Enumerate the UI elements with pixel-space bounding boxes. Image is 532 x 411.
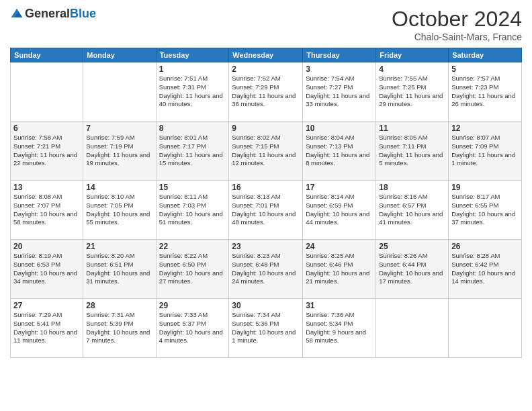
day-number: 29 (159, 301, 226, 310)
col-thursday: Thursday (303, 48, 376, 62)
day-info: Sunrise: 8:17 AM Sunset: 6:55 PM Dayligh… (451, 193, 519, 227)
day-info: Sunrise: 7:34 AM Sunset: 5:36 PM Dayligh… (232, 311, 300, 345)
day-number: 24 (306, 242, 373, 251)
table-row: 13Sunrise: 8:08 AM Sunset: 7:07 PM Dayli… (11, 181, 83, 240)
day-number: 12 (451, 124, 519, 133)
day-number: 14 (86, 183, 152, 192)
day-number: 15 (159, 183, 226, 192)
day-number: 19 (451, 183, 519, 192)
day-number: 31 (306, 301, 373, 310)
day-info: Sunrise: 7:59 AM Sunset: 7:19 PM Dayligh… (86, 134, 152, 168)
day-number: 8 (159, 124, 226, 133)
page: GeneralBlue October 2024 Chalo-Saint-Mar… (0, 0, 532, 411)
day-number: 28 (86, 301, 152, 310)
table-row: 9Sunrise: 8:02 AM Sunset: 7:15 PM Daylig… (229, 122, 303, 181)
logo: GeneralBlue (10, 7, 96, 21)
day-number: 23 (232, 242, 300, 251)
col-tuesday: Tuesday (156, 48, 229, 62)
table-row: 28Sunrise: 7:31 AM Sunset: 5:39 PM Dayli… (83, 299, 156, 358)
table-row: 20Sunrise: 8:19 AM Sunset: 6:53 PM Dayli… (11, 240, 83, 299)
table-row: 1Sunrise: 7:51 AM Sunset: 7:31 PM Daylig… (156, 62, 229, 122)
title-block: October 2024 Chalo-Saint-Mars, France (392, 7, 522, 42)
table-row: 18Sunrise: 8:16 AM Sunset: 6:57 PM Dayli… (376, 181, 449, 240)
day-number: 11 (379, 124, 445, 133)
day-number: 1 (159, 64, 226, 74)
table-row: 19Sunrise: 8:17 AM Sunset: 6:55 PM Dayli… (449, 181, 522, 240)
col-sunday: Sunday (11, 48, 83, 62)
day-info: Sunrise: 8:16 AM Sunset: 6:57 PM Dayligh… (379, 193, 445, 227)
table-row: 24Sunrise: 8:25 AM Sunset: 6:46 PM Dayli… (303, 240, 376, 299)
day-info: Sunrise: 8:26 AM Sunset: 6:44 PM Dayligh… (379, 252, 445, 286)
day-info: Sunrise: 7:31 AM Sunset: 5:39 PM Dayligh… (86, 311, 152, 345)
table-row: 15Sunrise: 8:11 AM Sunset: 7:03 PM Dayli… (156, 181, 229, 240)
day-info: Sunrise: 7:33 AM Sunset: 5:37 PM Dayligh… (159, 311, 226, 345)
col-wednesday: Wednesday (229, 48, 303, 62)
day-number: 5 (451, 64, 519, 74)
table-row: 26Sunrise: 8:28 AM Sunset: 6:42 PM Dayli… (449, 240, 522, 299)
calendar-week-row: 13Sunrise: 8:08 AM Sunset: 7:07 PM Dayli… (11, 181, 522, 240)
day-info: Sunrise: 8:08 AM Sunset: 7:07 PM Dayligh… (13, 193, 80, 227)
day-number: 17 (306, 183, 373, 192)
day-number: 26 (451, 242, 519, 251)
table-row: 4Sunrise: 7:55 AM Sunset: 7:25 PM Daylig… (376, 62, 449, 122)
table-row: 3Sunrise: 7:54 AM Sunset: 7:27 PM Daylig… (303, 62, 376, 122)
day-number: 13 (13, 183, 80, 192)
day-info: Sunrise: 8:23 AM Sunset: 6:48 PM Dayligh… (232, 252, 300, 286)
table-row: 14Sunrise: 8:10 AM Sunset: 7:05 PM Dayli… (83, 181, 156, 240)
logo-text: GeneralBlue (25, 7, 96, 21)
day-number: 21 (86, 242, 152, 251)
day-number: 6 (13, 124, 80, 133)
table-row: 17Sunrise: 8:14 AM Sunset: 6:59 PM Dayli… (303, 181, 376, 240)
table-row: 27Sunrise: 7:29 AM Sunset: 5:41 PM Dayli… (11, 299, 83, 358)
table-row: 30Sunrise: 7:34 AM Sunset: 5:36 PM Dayli… (229, 299, 303, 358)
day-number: 9 (232, 124, 300, 133)
day-info: Sunrise: 8:13 AM Sunset: 7:01 PM Dayligh… (232, 193, 300, 227)
day-info: Sunrise: 8:04 AM Sunset: 7:13 PM Dayligh… (306, 134, 373, 168)
table-row: 2Sunrise: 7:52 AM Sunset: 7:29 PM Daylig… (229, 62, 303, 122)
day-number: 22 (159, 242, 226, 251)
location-subtitle: Chalo-Saint-Mars, France (392, 32, 522, 42)
logo-general: General (25, 7, 70, 20)
day-number: 7 (86, 124, 152, 133)
table-row: 8Sunrise: 8:01 AM Sunset: 7:17 PM Daylig… (156, 122, 229, 181)
table-row (83, 62, 156, 122)
table-row: 31Sunrise: 7:36 AM Sunset: 5:34 PM Dayli… (303, 299, 376, 358)
day-info: Sunrise: 8:20 AM Sunset: 6:51 PM Dayligh… (86, 252, 152, 286)
table-row (11, 62, 83, 122)
day-info: Sunrise: 8:11 AM Sunset: 7:03 PM Dayligh… (159, 193, 226, 227)
day-info: Sunrise: 7:54 AM Sunset: 7:27 PM Dayligh… (306, 75, 373, 109)
logo-icon (10, 7, 24, 21)
day-number: 20 (13, 242, 80, 251)
day-number: 30 (232, 301, 300, 310)
table-row: 12Sunrise: 8:07 AM Sunset: 7:09 PM Dayli… (449, 122, 522, 181)
table-row: 23Sunrise: 8:23 AM Sunset: 6:48 PM Dayli… (229, 240, 303, 299)
day-info: Sunrise: 7:55 AM Sunset: 7:25 PM Dayligh… (379, 75, 445, 109)
calendar-week-row: 6Sunrise: 7:58 AM Sunset: 7:21 PM Daylig… (11, 122, 522, 181)
day-info: Sunrise: 8:22 AM Sunset: 6:50 PM Dayligh… (159, 252, 226, 286)
day-number: 18 (379, 183, 445, 192)
day-info: Sunrise: 7:57 AM Sunset: 7:23 PM Dayligh… (451, 75, 519, 109)
col-saturday: Saturday (449, 48, 522, 62)
day-info: Sunrise: 7:51 AM Sunset: 7:31 PM Dayligh… (159, 75, 226, 109)
table-row: 5Sunrise: 7:57 AM Sunset: 7:23 PM Daylig… (449, 62, 522, 122)
day-info: Sunrise: 7:36 AM Sunset: 5:34 PM Dayligh… (306, 311, 373, 345)
day-number: 27 (13, 301, 80, 310)
table-row: 6Sunrise: 7:58 AM Sunset: 7:21 PM Daylig… (11, 122, 83, 181)
day-info: Sunrise: 8:01 AM Sunset: 7:17 PM Dayligh… (159, 134, 226, 168)
table-row: 11Sunrise: 8:05 AM Sunset: 7:11 PM Dayli… (376, 122, 449, 181)
day-number: 25 (379, 242, 445, 251)
day-info: Sunrise: 8:14 AM Sunset: 6:59 PM Dayligh… (306, 193, 373, 227)
table-row (449, 299, 522, 358)
calendar-header-row: Sunday Monday Tuesday Wednesday Thursday… (11, 48, 522, 62)
day-number: 4 (379, 64, 445, 74)
month-title: October 2024 (392, 7, 522, 32)
day-info: Sunrise: 8:25 AM Sunset: 6:46 PM Dayligh… (306, 252, 373, 286)
day-info: Sunrise: 8:19 AM Sunset: 6:53 PM Dayligh… (13, 252, 80, 286)
header: GeneralBlue October 2024 Chalo-Saint-Mar… (10, 7, 522, 42)
table-row: 16Sunrise: 8:13 AM Sunset: 7:01 PM Dayli… (229, 181, 303, 240)
day-number: 16 (232, 183, 300, 192)
day-number: 2 (232, 64, 300, 74)
day-info: Sunrise: 8:02 AM Sunset: 7:15 PM Dayligh… (232, 134, 300, 168)
col-friday: Friday (376, 48, 449, 62)
col-monday: Monday (83, 48, 156, 62)
